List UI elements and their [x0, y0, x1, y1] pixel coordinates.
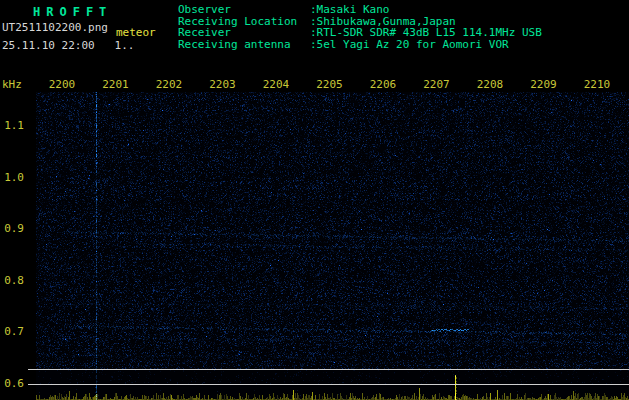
- x-tick-label: 2210: [581, 78, 613, 91]
- y-tick-label: 0.6: [2, 377, 24, 390]
- hrofft-screen: HROFFT UT2511102200.png meteor 25.11.10 …: [0, 0, 629, 400]
- y-tick-label: 1.1: [2, 119, 24, 132]
- observer-comment: meteor: [116, 26, 156, 39]
- spectrogram-canvas: [36, 92, 629, 400]
- x-tick-label: 2200: [46, 78, 78, 91]
- y-tick-label: 0.8: [2, 274, 24, 287]
- x-tick-label: 2207: [421, 78, 453, 91]
- y-axis-unit-label: kHz: [2, 78, 22, 91]
- x-tick-label: 2209: [528, 78, 560, 91]
- x-tick-label: 2202: [153, 78, 185, 91]
- x-tick-label: 2208: [474, 78, 506, 91]
- output-filename: UT2511102200.png: [2, 21, 108, 34]
- x-tick-label: 2206: [367, 78, 399, 91]
- separator-line-lower: [28, 384, 629, 385]
- y-tick-label: 1.0: [2, 171, 24, 184]
- y-tick-label: 0.9: [2, 222, 24, 235]
- info-value-receiving-antenna: :5el Yagi Az 20 for Aomori VOR: [310, 39, 509, 51]
- info-label-receiving-antenna: Receiving antenna: [178, 39, 291, 51]
- app-title: HROFFT: [33, 5, 112, 19]
- x-tick-label: 2204: [260, 78, 292, 91]
- datetime-text: 25.11.10 22:00 1..: [2, 39, 134, 52]
- x-tick-label: 2205: [314, 78, 346, 91]
- y-tick-label: 0.7: [2, 325, 24, 338]
- x-tick-label: 2203: [207, 78, 239, 91]
- x-tick-label: 2201: [100, 78, 132, 91]
- separator-line-upper: [28, 369, 629, 370]
